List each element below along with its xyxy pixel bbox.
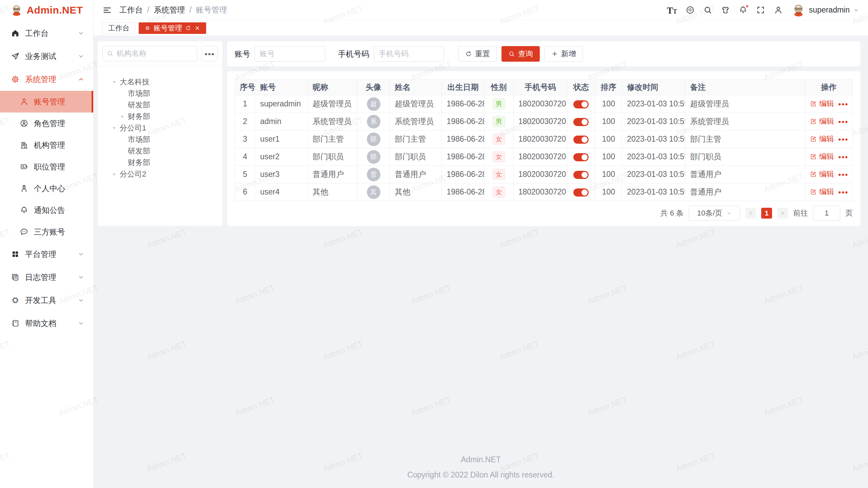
sidebar-item[interactable]: 工作台: [0, 22, 93, 45]
tab-label: 账号管理: [154, 23, 182, 33]
tree-node[interactable]: 财务部: [102, 111, 219, 122]
row-more-button[interactable]: ●●●: [838, 136, 848, 142]
tab[interactable]: 工作台: [102, 22, 135, 34]
tree-caret-icon[interactable]: [111, 171, 117, 177]
plus-icon: [551, 50, 558, 57]
cell-modified: 2023-01-03 10:59:44: [622, 183, 685, 201]
phone-input[interactable]: [374, 46, 444, 62]
sidebar-item[interactable]: 通知公告: [0, 199, 93, 221]
breadcrumb-item[interactable]: 系统管理 /: [154, 5, 196, 15]
goto-page-input[interactable]: [813, 206, 840, 221]
badge-icon: [20, 162, 28, 171]
profile-icon[interactable]: [774, 5, 783, 15]
tree-node[interactable]: 研发部: [102, 145, 219, 157]
tree-caret-icon[interactable]: [111, 79, 117, 85]
status-toggle[interactable]: [573, 118, 589, 126]
status-toggle[interactable]: [573, 153, 589, 161]
row-more-button[interactable]: ●●●: [838, 119, 848, 124]
row-avatar: 系: [367, 115, 380, 128]
breadcrumb-item[interactable]: 工作台 /: [119, 5, 154, 15]
row-more-button[interactable]: ●●●: [838, 189, 848, 195]
tree-caret-icon[interactable]: [119, 137, 125, 143]
tab-close-icon[interactable]: [194, 25, 200, 31]
row-more-button[interactable]: ●●●: [838, 171, 848, 177]
account-input[interactable]: [255, 46, 325, 62]
sidebar-item[interactable]: 开发工具: [0, 289, 93, 312]
status-toggle[interactable]: [573, 171, 589, 179]
sidebar-item[interactable]: 日志管理: [0, 266, 93, 289]
tab-refresh-icon[interactable]: [185, 25, 191, 31]
notification-bell-icon[interactable]: [738, 5, 748, 15]
tree-node[interactable]: 分公司2: [102, 168, 219, 180]
tree-node[interactable]: 研发部: [102, 99, 219, 111]
chevron-icon: [78, 76, 84, 83]
edit-button[interactable]: 编辑: [810, 134, 834, 144]
add-button[interactable]: 新增: [545, 46, 583, 62]
next-page-button[interactable]: [777, 208, 788, 219]
status-toggle[interactable]: [573, 188, 589, 197]
status-toggle[interactable]: [573, 136, 589, 144]
query-button[interactable]: 查询: [501, 46, 540, 62]
row-more-button[interactable]: ●●●: [838, 101, 848, 107]
tree-node-label: 研发部: [128, 146, 150, 156]
org-more-button[interactable]: ●●●: [201, 46, 218, 61]
org-search-input[interactable]: [117, 49, 193, 58]
sidebar-item[interactable]: 三方账号: [0, 221, 93, 243]
edit-button[interactable]: 编辑: [810, 116, 834, 126]
font-size-icon[interactable]: TT: [667, 5, 677, 15]
tree-node[interactable]: 分公司1: [102, 122, 219, 134]
user-menu[interactable]: superadmin: [791, 3, 859, 17]
tree-caret-icon[interactable]: [111, 125, 117, 131]
edit-button[interactable]: 编辑: [810, 169, 834, 179]
sidebar-item[interactable]: 账号管理: [0, 91, 93, 113]
sidebar-item[interactable]: 机构管理: [0, 134, 93, 156]
status-toggle[interactable]: [573, 100, 589, 108]
theme-shirt-icon[interactable]: [721, 5, 730, 15]
sidebar-item[interactable]: 业务测试: [0, 45, 93, 68]
edit-button[interactable]: 编辑: [810, 187, 834, 197]
col-header-name: 姓名: [390, 80, 442, 95]
footer: Admin.NET Copyright © 2022 Dilon All rig…: [94, 452, 868, 483]
tab[interactable]: 账号管理: [139, 22, 206, 34]
chevron-down-icon: [853, 7, 859, 13]
tree-node[interactable]: 财务部: [102, 157, 219, 168]
search-icon[interactable]: [703, 5, 712, 15]
sidebar-item[interactable]: 帮助文档: [0, 312, 93, 335]
current-page[interactable]: 1: [761, 208, 772, 219]
tree-caret-icon[interactable]: [119, 102, 125, 108]
tree-caret-icon[interactable]: [119, 114, 125, 120]
tree-node[interactable]: 市场部: [102, 134, 219, 145]
chevron-icon: [78, 207, 84, 214]
language-icon[interactable]: [686, 5, 695, 15]
chevron-icon: [78, 142, 84, 148]
cell-remark: 普通用户: [685, 166, 805, 183]
tree-node[interactable]: 市场部: [102, 88, 219, 99]
cell-account: admin: [255, 113, 308, 130]
sidebar-item[interactable]: 角色管理: [0, 113, 93, 134]
cell-name: 普通用户: [390, 166, 442, 183]
toggle-knob: [581, 119, 588, 125]
sidebar-item[interactable]: 个人中心: [0, 178, 93, 199]
collapse-menu-icon[interactable]: [102, 5, 112, 15]
sidebar-item[interactable]: 平台管理: [0, 243, 93, 266]
edit-button[interactable]: 编辑: [810, 151, 834, 162]
sidebar-item[interactable]: 职位管理: [0, 156, 93, 178]
row-avatar: 超: [367, 97, 380, 111]
prev-page-button[interactable]: [745, 208, 756, 219]
tree-caret-icon[interactable]: [119, 160, 125, 166]
edit-button[interactable]: 编辑: [810, 99, 834, 109]
tree-node[interactable]: 大名科技: [102, 76, 219, 88]
fullscreen-icon[interactable]: [756, 5, 765, 15]
sidebar-item[interactable]: 系统管理: [0, 68, 93, 91]
reset-button[interactable]: 重置: [458, 46, 497, 62]
main-column: 账号 手机号码 重置 查询 新增: [227, 41, 860, 226]
tree-caret-icon[interactable]: [119, 90, 125, 97]
row-more-button[interactable]: ●●●: [838, 154, 848, 160]
arrow-left-icon: [748, 210, 753, 216]
sidebar-item-label: 开发工具: [25, 295, 56, 306]
cell-modified: 2023-01-03 10:59:44: [622, 113, 685, 130]
sidebar-menu: 工作台 业务测试 系统管理 账号管理: [0, 20, 93, 488]
page-size-select[interactable]: 10条/页: [689, 206, 740, 221]
tree-caret-icon[interactable]: [119, 148, 125, 154]
breadcrumb-item[interactable]: 账号管理 /: [196, 5, 227, 15]
